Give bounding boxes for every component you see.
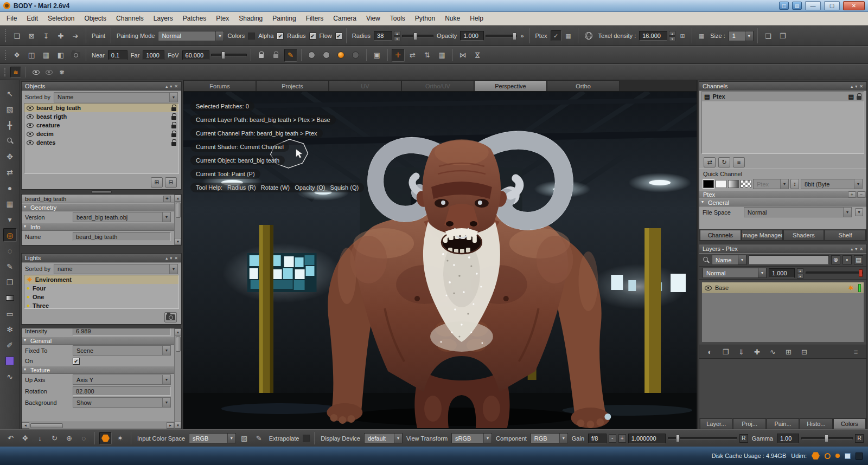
panel-tab[interactable]: Image Manager xyxy=(742,230,783,240)
radius-stepper[interactable]: ▴▾ xyxy=(394,31,400,41)
input-color-space-select[interactable]: sRGB xyxy=(189,433,236,443)
background-select[interactable]: Show xyxy=(73,397,171,408)
lock-icon[interactable] xyxy=(171,116,176,120)
menu-item[interactable]: Objects xyxy=(79,12,111,25)
lock-icon[interactable] xyxy=(171,142,176,146)
menu-item[interactable]: Camera xyxy=(328,12,361,25)
menu-item[interactable]: Tools xyxy=(385,12,410,25)
thumbnail-size-icon[interactable] xyxy=(843,255,852,264)
ptex-section-header[interactable]: Ptex + − xyxy=(699,190,866,198)
file-space-select[interactable]: Normal xyxy=(744,207,852,217)
screen-projection-icon[interactable] xyxy=(371,49,384,62)
toolbar-handle[interactable] xyxy=(5,29,7,42)
panel-tab[interactable]: Layer... xyxy=(700,418,732,429)
opacity-slider[interactable] xyxy=(486,35,517,37)
layer-opacity-stepper[interactable]: ▴▾ xyxy=(797,268,803,278)
save-project-icon[interactable] xyxy=(40,29,53,42)
scroll-down-icon[interactable] xyxy=(175,238,181,245)
paint-lock-icon[interactable] xyxy=(284,49,297,62)
marquee-select-tool-icon[interactable] xyxy=(3,102,17,116)
close-button[interactable]: ✕ xyxy=(843,1,865,10)
panel-close-icon[interactable]: ✕ xyxy=(174,84,178,89)
extrapolate-icon[interactable] xyxy=(253,432,265,444)
menu-item[interactable]: Python xyxy=(410,12,440,25)
pan-tool-icon[interactable] xyxy=(3,118,17,132)
add-layer-icon[interactable] xyxy=(751,346,763,358)
viewport-tab[interactable]: Projects xyxy=(256,80,329,91)
radius-value[interactable]: 38 xyxy=(374,31,392,41)
symmetry-center-icon[interactable] xyxy=(392,49,405,62)
lasso-icon[interactable] xyxy=(78,432,90,444)
menu-item[interactable]: Layers xyxy=(149,12,178,25)
menu-item[interactable]: File xyxy=(2,12,22,25)
symmetry-off-icon[interactable] xyxy=(457,49,470,62)
tray-icon-1[interactable]: ◫ xyxy=(779,2,789,10)
vertical-scrollbar[interactable] xyxy=(174,328,181,429)
mirror-quad-icon[interactable] xyxy=(436,49,449,62)
add-icon[interactable] xyxy=(163,196,171,202)
panel-splitter[interactable] xyxy=(21,190,182,194)
object-list-item[interactable]: decim xyxy=(24,130,178,138)
scroll-down-icon[interactable] xyxy=(175,422,181,429)
falloff-soft-icon[interactable] xyxy=(320,49,333,62)
panel-collapse-icon[interactable]: ▴ xyxy=(165,84,168,89)
drop-icon[interactable] xyxy=(34,432,46,444)
clone-stamp-tool-icon[interactable] xyxy=(3,275,17,289)
eyedropper-tool-icon[interactable] xyxy=(3,338,17,352)
smear-tool-icon[interactable] xyxy=(3,370,17,383)
list-view-icon[interactable] xyxy=(854,255,863,264)
panel-collapse-icon[interactable]: ▴ xyxy=(165,256,168,261)
texel-density-value[interactable]: 16.000 xyxy=(639,31,667,41)
viewport-tab[interactable]: Ortho xyxy=(547,80,620,91)
far-value[interactable]: 1000 xyxy=(143,50,164,60)
object-list-item[interactable]: beast rigth xyxy=(24,112,178,121)
intensity-field[interactable]: 6.989 xyxy=(73,328,171,335)
menu-item[interactable]: Edit xyxy=(22,12,43,25)
transform-tool-icon[interactable] xyxy=(3,150,17,163)
panel-tab[interactable]: Shelf xyxy=(825,230,866,240)
slider-thumb[interactable] xyxy=(676,435,680,442)
attribute-scroll-icon[interactable]: ▾ xyxy=(855,208,863,216)
version-select[interactable]: beard_big teath.obj xyxy=(73,212,171,222)
texel-apply-icon[interactable] xyxy=(677,30,688,41)
falloff-sphere-icon[interactable] xyxy=(335,49,348,62)
select-tool-icon[interactable] xyxy=(3,87,17,100)
pivot-icon[interactable] xyxy=(63,432,75,444)
channel-list-item[interactable]: Ptex xyxy=(702,92,864,101)
panel-tab[interactable]: Histo... xyxy=(800,418,832,429)
name-field[interactable]: beard_big teath xyxy=(73,232,171,241)
lock-object-icon[interactable] xyxy=(270,49,283,62)
flow-checkbox[interactable] xyxy=(335,33,342,40)
light-camera-icon[interactable] xyxy=(164,312,177,322)
channel-transfer-icon[interactable] xyxy=(704,157,716,167)
menu-item[interactable]: Channels xyxy=(111,12,149,25)
alpha-checkbox[interactable] xyxy=(277,33,284,40)
flat-lighting-icon[interactable] xyxy=(30,67,41,78)
gain-slider[interactable] xyxy=(668,437,737,440)
display-device-select[interactable]: default xyxy=(364,433,403,443)
move-icon[interactable] xyxy=(19,432,31,444)
remove-layer-icon[interactable] xyxy=(798,346,810,358)
layers-panel-header[interactable]: Layers - Ptex ▴▾✕ xyxy=(699,244,866,253)
panel-tab[interactable]: Proj... xyxy=(733,418,765,429)
quad-view-icon[interactable] xyxy=(40,49,53,62)
towel-tool-icon[interactable] xyxy=(3,197,17,210)
panel-tab[interactable]: Pain... xyxy=(767,418,799,429)
scroll-thumb[interactable] xyxy=(30,423,63,428)
size-select[interactable]: 1 xyxy=(729,31,754,41)
lights-panel-header[interactable]: Lights ▴▾✕ xyxy=(22,254,181,262)
channels-list[interactable]: Ptex xyxy=(701,91,864,154)
resize-grip[interactable] xyxy=(856,453,863,460)
black-color-swatch[interactable] xyxy=(703,180,714,188)
viewport-tab[interactable]: Perspective xyxy=(474,80,547,91)
scroll-up-icon[interactable] xyxy=(175,195,181,202)
viewport-tab[interactable]: UV xyxy=(329,80,401,91)
transparent-color-swatch[interactable] xyxy=(741,180,751,188)
add-procedural-icon[interactable] xyxy=(767,346,779,358)
layer-row[interactable]: Base xyxy=(702,282,864,293)
scroll-thumb[interactable] xyxy=(176,203,181,218)
add-pointer-icon[interactable] xyxy=(54,29,67,42)
gray-color-swatch[interactable] xyxy=(728,180,739,188)
viewport-tab[interactable]: Forums xyxy=(183,80,256,91)
lock-icon[interactable] xyxy=(171,133,176,137)
